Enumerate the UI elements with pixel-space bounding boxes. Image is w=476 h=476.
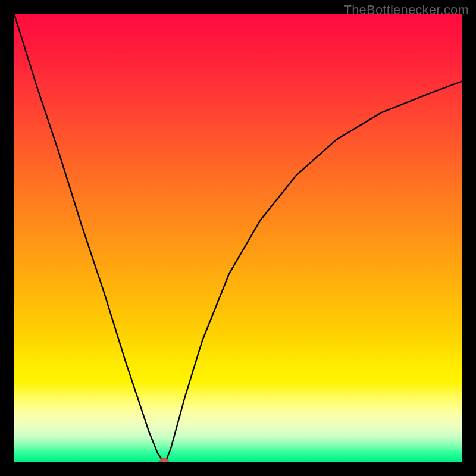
minimum-marker [159, 458, 169, 462]
watermark-text: TheBottlenecker.com [344, 2, 469, 18]
plot-area [14, 14, 462, 462]
chart-frame: TheBottlenecker.com [0, 0, 476, 476]
